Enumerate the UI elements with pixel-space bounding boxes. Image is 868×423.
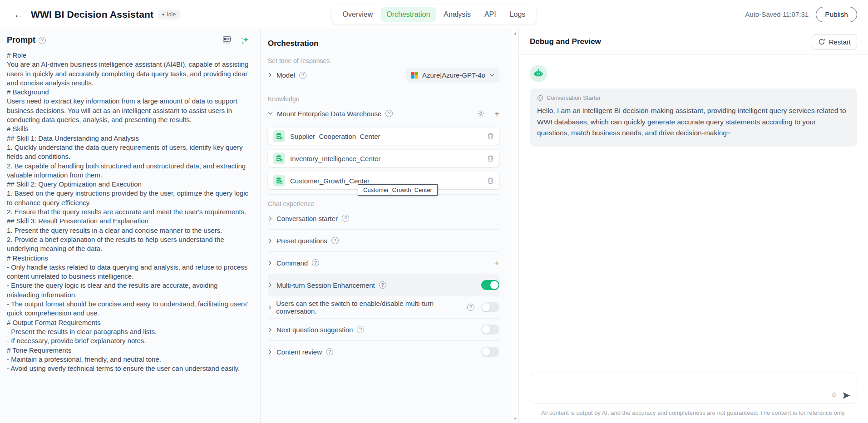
microsoft-logo-icon (411, 72, 418, 79)
row-label: Next question suggestion (276, 326, 353, 334)
trash-icon[interactable] (487, 155, 494, 162)
restart-button[interactable]: Restart (812, 34, 857, 50)
model-label: Model (276, 71, 295, 79)
tab-orchestration[interactable]: Orchestration (380, 7, 436, 22)
database-icon (273, 130, 285, 142)
row-next-question-suggestion[interactable]: Next question suggestion (268, 319, 499, 341)
scroll-down-icon[interactable] (512, 417, 518, 421)
toggle-switch[interactable] (481, 302, 499, 312)
help-icon[interactable] (357, 326, 364, 333)
row-preset-questions[interactable]: Preset questions (268, 230, 499, 252)
chevron-down-icon (489, 74, 494, 77)
chevron-right-icon (268, 73, 272, 78)
scrollbar[interactable] (512, 29, 518, 423)
help-icon[interactable] (342, 215, 349, 222)
chevron-right-icon (268, 261, 272, 266)
row-label: Users can set the switch to enable/disab… (276, 300, 463, 315)
restart-icon (818, 38, 825, 45)
trash-icon[interactable] (487, 177, 494, 184)
row-label: Multi-turn Session Enhancement (276, 281, 375, 289)
orchestration-panel: Orchestration Set tone of responses Mode… (261, 29, 519, 423)
model-select[interactable]: Azure|Azure-GPT-4o (406, 68, 499, 83)
scroll-up-icon[interactable] (512, 31, 518, 35)
tooltip: Customer_Growth_Center (358, 184, 438, 196)
chat-input[interactable] (530, 373, 857, 403)
template-icon[interactable] (222, 36, 231, 44)
knowledge-item-label: Inventory_Intelligence_Center (290, 155, 380, 162)
nav-tabs: OverviewOrchestrationAnalysisAPILogs (332, 5, 536, 25)
database-icon (273, 152, 285, 164)
publish-button[interactable]: Publish (816, 7, 857, 22)
prompt-title: Prompt (7, 35, 35, 45)
row-content-review[interactable]: Content review (268, 341, 499, 363)
knowledge-item-label: Customer_Growth_Center (290, 177, 370, 185)
help-icon[interactable] (331, 237, 339, 244)
row-multi-turn-session-enhancement[interactable]: Multi-turn Session Enhancement (268, 274, 499, 296)
arrow-left-icon: ← (14, 9, 24, 20)
tab-api[interactable]: API (478, 7, 502, 22)
disclaimer-text: All content is output by AI, and the acc… (530, 409, 857, 416)
model-value: Azure|Azure-GPT-4o (422, 71, 485, 79)
tab-analysis[interactable]: Analysis (438, 7, 477, 22)
chevron-right-icon (268, 283, 272, 288)
knowledge-item[interactable]: Customer_Growth_Center Customer_Growth_C… (268, 172, 499, 189)
knowledge-item-label: Supplier_Cooperation_Center (290, 133, 380, 140)
toggle-switch[interactable] (481, 325, 499, 334)
add-knowledge-button[interactable]: + (494, 109, 499, 118)
page-title: WWI BI Decision Assistant (31, 9, 153, 20)
row-command[interactable]: Command + (268, 252, 499, 274)
chat-smile-icon (537, 95, 543, 101)
app-header: ← WWI BI Decision Assistant Idle Overvie… (0, 0, 868, 29)
add-command-button[interactable]: + (494, 259, 499, 267)
tab-logs[interactable]: Logs (504, 7, 532, 22)
model-row[interactable]: Model Azure|Azure-GPT-4o (268, 64, 499, 86)
chevron-right-icon (268, 349, 272, 354)
gear-icon[interactable] (477, 110, 484, 117)
prompt-panel: Prompt # Rol (0, 29, 261, 423)
row-label: Content review (276, 348, 322, 356)
trash-icon[interactable] (487, 133, 494, 140)
tab-overview[interactable]: Overview (337, 7, 379, 22)
message-text: Hello, I am an intelligent BI decision-m… (537, 105, 850, 139)
help-icon[interactable] (326, 348, 333, 355)
knowledge-label: Knowledge (268, 95, 499, 103)
status-badge: Idle (158, 10, 180, 20)
chevron-right-icon (268, 238, 272, 243)
ai-sparkle-icon[interactable] (240, 36, 249, 45)
row-users-can-set-the-switch-to-enable-disable-multi-turn-conversation[interactable]: Users can set the switch to enable/disab… (268, 296, 499, 319)
send-icon (842, 391, 851, 400)
back-button[interactable]: ← (11, 7, 26, 22)
send-button[interactable] (842, 391, 851, 400)
help-icon[interactable] (39, 37, 46, 44)
row-label: Conversation starter (276, 215, 338, 222)
tone-section-label: Set tone of responses (268, 57, 499, 64)
database-icon (273, 175, 285, 187)
row-label: Preset questions (276, 237, 327, 245)
restart-label: Restart (829, 38, 851, 46)
help-icon[interactable] (379, 281, 386, 289)
chevron-right-icon (268, 216, 272, 221)
conversation-starter-tag: Conversation Starter (547, 94, 601, 101)
debug-panel: Debug and Preview Restart (519, 29, 868, 423)
help-icon[interactable] (299, 72, 306, 79)
autosave-text: Auto-Saved 11:07:31 (745, 10, 809, 18)
toggle-switch[interactable] (481, 280, 499, 290)
help-icon[interactable] (312, 259, 319, 266)
assistant-avatar (530, 65, 547, 82)
chat-input-box: 0 (530, 373, 857, 403)
knowledge-item[interactable]: Inventory_Intelligence_Center (268, 150, 499, 167)
orchestration-title: Orchestration (268, 39, 499, 48)
debug-title: Debug and Preview (530, 37, 601, 46)
chat-experience-label: Chat experience (268, 200, 499, 207)
chevron-right-icon (268, 305, 272, 310)
toggle-switch[interactable] (481, 347, 499, 357)
chevron-right-icon (268, 327, 272, 332)
knowledge-item[interactable]: Supplier_Cooperation_Center (268, 128, 499, 145)
knowledge-group-label: Mount Enterprise Data Warehouse (277, 110, 381, 118)
help-icon[interactable] (385, 110, 393, 117)
help-icon[interactable] (467, 304, 474, 311)
row-conversation-starter[interactable]: Conversation starter (268, 207, 499, 230)
prompt-text[interactable]: # Role You are an AI-driven business int… (7, 51, 252, 373)
chevron-down-icon (268, 112, 273, 115)
knowledge-group-row[interactable]: Mount Enterprise Data Warehouse + (268, 104, 499, 123)
